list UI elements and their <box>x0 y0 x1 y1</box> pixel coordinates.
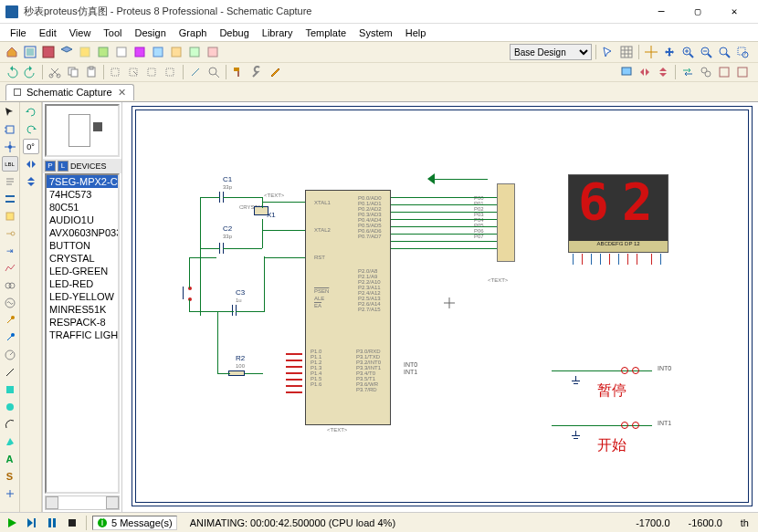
maximize-button[interactable]: ▢ <box>679 1 716 23</box>
menu-template[interactable]: Template <box>299 26 353 40</box>
circle-2d-icon[interactable] <box>2 399 18 414</box>
cut-icon[interactable] <box>47 64 63 80</box>
list-item[interactable]: 7SEG-MPX2-CC <box>47 175 118 188</box>
option-icon[interactable] <box>77 44 93 60</box>
rotate-cw-icon[interactable] <box>23 104 39 120</box>
preview-scrollbar[interactable] <box>45 495 120 510</box>
rotate-ccw-icon[interactable] <box>23 121 39 137</box>
menu-tool[interactable]: Tool <box>97 26 128 40</box>
list-item[interactable]: AUDIO1U <box>47 214 118 226</box>
option2-icon[interactable] <box>95 44 111 60</box>
arrow-tool-icon[interactable] <box>600 44 616 60</box>
close-button[interactable]: ✕ <box>716 1 753 23</box>
zoom-out-icon[interactable] <box>698 44 714 60</box>
search-icon[interactable] <box>205 64 222 80</box>
list-item[interactable]: LED-GREEN <box>47 265 118 277</box>
seven-segment-display[interactable]: 6 2 ABCDEFG DP 12 <box>568 174 669 253</box>
list-item[interactable]: CRYSTAL <box>47 252 118 265</box>
option7-icon[interactable] <box>186 44 203 60</box>
tool-opt-icon[interactable] <box>716 64 732 80</box>
list-item[interactable]: AVX0603NP033F <box>47 226 118 239</box>
device-p-button[interactable]: P <box>45 161 56 172</box>
messages-button[interactable]: i 5 Message(s) <box>92 516 177 530</box>
grid-icon[interactable] <box>618 44 635 60</box>
stop-icon[interactable] <box>64 515 80 531</box>
tab-close-icon[interactable]: ✕ <box>118 87 126 99</box>
junction-icon[interactable] <box>2 139 18 154</box>
option8-icon[interactable] <box>205 44 221 60</box>
device-list[interactable]: 7SEG-MPX2-CC 74HC573 80C51 AUDIO1U AVX06… <box>45 173 120 494</box>
device-pins-icon[interactable]: ⇥ <box>2 243 18 258</box>
zoom-fit-icon[interactable] <box>716 44 732 60</box>
component-mode-icon[interactable] <box>2 121 18 137</box>
pause-icon[interactable] <box>44 515 60 531</box>
block-rotate-icon[interactable] <box>144 64 161 80</box>
graph-icon[interactable] <box>2 260 18 276</box>
block-delete-icon[interactable] <box>163 64 179 80</box>
voltage-probe-icon[interactable] <box>2 312 18 328</box>
bus-icon[interactable] <box>2 191 18 206</box>
option4-icon[interactable] <box>132 44 148 60</box>
list-item[interactable]: LED-RED <box>47 277 118 290</box>
text-script-icon[interactable] <box>2 173 18 189</box>
mirror-h-icon[interactable] <box>637 64 653 80</box>
step-icon[interactable] <box>24 515 40 531</box>
instruments-icon[interactable] <box>2 347 18 362</box>
menu-library[interactable]: Library <box>256 26 300 40</box>
symbol-2d-icon[interactable]: S <box>2 468 18 484</box>
link-icon[interactable] <box>698 64 714 80</box>
list-item[interactable]: 74HC573 <box>47 188 118 201</box>
crosshair-icon[interactable] <box>643 44 659 60</box>
copy-icon[interactable] <box>65 64 81 80</box>
schematic-icon[interactable] <box>22 44 38 60</box>
menu-debug[interactable]: Debug <box>213 26 255 40</box>
label-icon[interactable]: LBL <box>2 156 18 172</box>
block-copy-icon[interactable] <box>108 64 124 80</box>
list-item[interactable]: LED-YELLOW <box>47 290 118 303</box>
list-item[interactable]: TRAFFIC LIGHTS <box>47 329 118 341</box>
tool-opt2-icon[interactable] <box>734 64 751 80</box>
menu-edit[interactable]: Edit <box>33 26 63 40</box>
button-start[interactable] <box>616 423 643 429</box>
list-item[interactable]: RESPACK-8 <box>47 316 118 329</box>
3d-icon[interactable] <box>58 44 75 60</box>
option3-icon[interactable] <box>113 44 130 60</box>
undo-icon[interactable] <box>4 64 20 80</box>
tab-schematic[interactable]: Schematic Capture ✕ <box>5 84 134 100</box>
terminal-icon[interactable] <box>2 225 18 241</box>
flip-v-icon[interactable] <box>23 173 39 189</box>
menu-file[interactable]: File <box>4 26 33 40</box>
flip-h-icon[interactable] <box>23 156 39 172</box>
subcircuit-icon[interactable] <box>2 208 18 224</box>
block-move-icon[interactable] <box>126 64 142 80</box>
current-probe-icon[interactable] <box>2 329 18 345</box>
rotation-value[interactable]: 0° <box>23 139 39 154</box>
hammer-icon[interactable] <box>230 64 247 80</box>
pan-icon[interactable] <box>661 44 678 60</box>
list-item[interactable]: 80C51 <box>47 201 118 214</box>
list-item[interactable]: BUTTON <box>47 239 118 252</box>
selection-mode-icon[interactable] <box>2 104 18 120</box>
home-icon[interactable] <box>4 44 20 60</box>
layer-icon[interactable] <box>618 64 635 80</box>
menu-graph[interactable]: Graph <box>173 26 214 40</box>
line-2d-icon[interactable] <box>2 364 18 380</box>
overview-preview[interactable] <box>45 104 120 157</box>
minimize-button[interactable]: ─ <box>643 1 679 23</box>
edit-icon[interactable] <box>267 64 283 80</box>
box-2d-icon[interactable] <box>2 381 18 397</box>
text-2d-icon[interactable]: A <box>2 451 18 466</box>
arc-2d-icon[interactable] <box>2 416 18 432</box>
wrench-icon[interactable] <box>248 64 265 80</box>
crystal[interactable] <box>254 206 268 215</box>
resistor[interactable] <box>228 370 245 376</box>
button-pause[interactable] <box>616 369 643 374</box>
design-selector[interactable]: Base Design <box>510 44 592 60</box>
paste-icon[interactable] <box>83 64 100 80</box>
latch-connector[interactable] <box>497 183 515 262</box>
redo-icon[interactable] <box>22 64 38 80</box>
option5-icon[interactable] <box>150 44 166 60</box>
option6-icon[interactable] <box>168 44 184 60</box>
menu-help[interactable]: Help <box>399 26 433 40</box>
device-l-button[interactable]: L <box>58 161 68 172</box>
